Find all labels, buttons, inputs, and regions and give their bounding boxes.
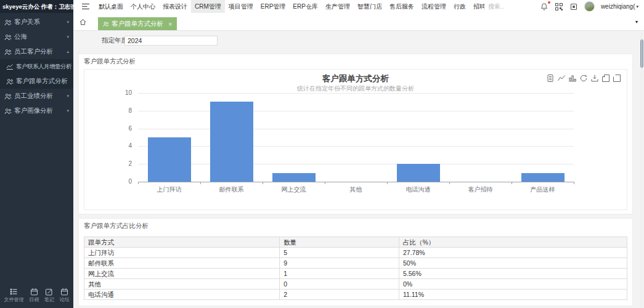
nav-item[interactable]: CRM管理	[191, 0, 225, 13]
nav-item[interactable]: 行政	[450, 0, 470, 13]
nav-item[interactable]: 智慧门店	[354, 0, 386, 13]
menu-toggle-icon[interactable]	[81, 2, 90, 10]
x-axis-label: 电话沟通	[387, 185, 449, 194]
search-input[interactable]	[488, 3, 540, 10]
tab-overflow-caret-icon[interactable]: ▾	[635, 19, 638, 25]
sidebar-item-customer-portrait[interactable]: 客户画像分析 ▾	[0, 103, 73, 118]
x-axis-label: 客户招待	[449, 185, 512, 194]
notifications-button[interactable]	[540, 2, 548, 11]
nav-item[interactable]: ERP仓库	[289, 0, 322, 13]
cell-count: 1	[280, 269, 399, 279]
tab-followup-method-analysis[interactable]: 客户跟单方式分析 ×	[98, 17, 177, 30]
save-image-icon[interactable]	[590, 74, 599, 83]
sidebar-item-employee-customer-analysis[interactable]: 员工客户分析 ▴	[0, 44, 73, 59]
cell-count: 0	[280, 279, 399, 290]
ratio-panel-heading: 客户跟单方式占比分析	[79, 219, 632, 233]
user-menu[interactable]: weizhiqiang( ▾	[601, 3, 638, 10]
sidebar-item-label: 客户画像分析	[14, 107, 53, 115]
nav-item[interactable]: 生产管理	[322, 0, 354, 13]
nav-item[interactable]: 默认桌面	[95, 0, 127, 13]
chart-panel: 客户跟单方式分析 客户跟单方式分析 统计在指定年份不同的跟单方式的数量分析 02…	[78, 54, 633, 214]
sidebar-item-label: 客户跟单方式分析	[16, 77, 68, 86]
screenshot-button[interactable]	[569, 2, 578, 11]
ratio-table: 跟单方式 数量 占比（%） 上门拜访 5 27.78% 邮件联系 9	[84, 237, 627, 300]
year-filter-row: 指定年度*	[78, 35, 633, 46]
data-view-icon[interactable]	[546, 74, 555, 83]
sidebar-item-followup-method-analysis[interactable]: 客户跟单方式分析	[0, 74, 73, 89]
users-icon	[6, 78, 14, 85]
nav-item[interactable]: 招聘	[470, 0, 484, 13]
sidebar-item-label: 客户关系	[14, 18, 40, 26]
sidebar-item-customer-relations[interactable]: 客户关系 ▾	[0, 15, 73, 30]
col-header-ratio: 占比（%）	[399, 237, 627, 248]
bar-上门拜访	[148, 137, 191, 182]
home-button[interactable]	[79, 18, 87, 26]
data-zoom-reset-icon[interactable]	[613, 74, 621, 83]
notification-badge	[548, 1, 550, 4]
sidebar-item-label: 员工业绩分析	[14, 92, 53, 100]
nav-item[interactable]: 个人中心	[127, 0, 159, 13]
cell-ratio: 5.56%	[399, 269, 627, 279]
cell-ratio: 27.78%	[399, 248, 627, 258]
tab-bar: 客户跟单方式分析 × ▾	[73, 13, 644, 31]
x-axis-tick	[512, 182, 512, 184]
topbar-actions: weizhiqiang( ▾	[540, 1, 644, 12]
table-row: 上门拜访 5 27.78%	[84, 248, 627, 258]
nav-item[interactable]: 流程管理	[418, 0, 450, 13]
data-zoom-icon[interactable]	[601, 74, 610, 83]
qr-code-icon	[555, 2, 563, 11]
table-header-row: 跟单方式 数量 占比（%）	[84, 237, 627, 248]
users-icon	[103, 21, 109, 27]
nav-item[interactable]: 项目管理	[225, 0, 257, 13]
nav-item[interactable]: ERP管理	[257, 0, 290, 13]
table-row: 网上交流 1 5.56%	[84, 269, 627, 279]
chart-panel-heading: 客户跟单方式分析	[79, 54, 632, 69]
x-axis-tick	[449, 182, 450, 184]
y-tick-label: 10	[84, 89, 132, 96]
file-manager-button[interactable]: 文件管理	[4, 288, 23, 303]
gridline	[138, 164, 574, 164]
chevron-down-icon: ▾	[67, 108, 69, 113]
bar-chart-type-icon[interactable]	[568, 74, 577, 83]
year-label: 指定年度*	[78, 36, 119, 45]
x-axis-label: 上门拜访	[138, 185, 200, 194]
chart-subtitle: 统计在指定年份不同的跟单方式的数量分析	[84, 84, 627, 93]
chevron-down-icon: ▾	[67, 34, 69, 39]
nav-item[interactable]: 报表设计	[159, 0, 191, 13]
sidebar-item-employee-performance[interactable]: 员工业绩分析 ▾	[0, 89, 73, 103]
bar-电话沟通	[397, 164, 440, 182]
sidebar-item-contact-monthly-growth[interactable]: 客户联系人月增量分析	[0, 59, 73, 74]
year-input[interactable]	[124, 36, 218, 46]
cell-ratio: 11.11%	[399, 290, 627, 300]
close-icon[interactable]: ×	[168, 20, 172, 28]
users-icon	[4, 93, 12, 100]
table-row: 邮件联系 9 50%	[84, 258, 627, 269]
sidebar-item-label: 员工客户分析	[14, 47, 53, 56]
schedule-button[interactable]: 日程	[29, 288, 39, 303]
sidebar-item-label: 客户联系人月增量分析	[16, 63, 71, 71]
bar-chart: 客户跟单方式分析 统计在指定年份不同的跟单方式的数量分析 0246810上门拜访…	[84, 69, 627, 210]
notes-button[interactable]: 笔记	[44, 288, 54, 303]
cell-method: 网上交流	[84, 269, 280, 279]
cell-method: 电话沟通	[84, 290, 280, 300]
users-icon	[4, 108, 12, 115]
sidebar: skyeye云办公 作者：卫志强 客户关系 ▾ 公海 ▾ 员工客户分析 ▴ 客户…	[0, 0, 73, 308]
qr-code-button[interactable]	[555, 2, 563, 11]
restore-icon[interactable]	[579, 74, 588, 83]
nav-item[interactable]: 售后服务	[386, 0, 418, 13]
forum-button[interactable]: 论坛	[60, 288, 70, 303]
x-axis-label: 其他	[325, 185, 387, 194]
table-row: 其他 0 0%	[84, 279, 627, 290]
sidebar-footer: 文件管理 日程 笔记 论坛	[0, 285, 73, 308]
scrollbar-thumb[interactable]	[640, 39, 643, 68]
gridline	[138, 111, 574, 111]
sidebar-footer-label: 笔记	[44, 296, 54, 303]
sidebar-item-label: 公海	[14, 33, 27, 41]
line-chart-type-icon[interactable]	[557, 74, 566, 83]
sidebar-item-public-sea[interactable]: 公海 ▾	[0, 30, 73, 44]
sidebar-footer-label: 日程	[29, 296, 39, 303]
x-axis-tick	[263, 182, 263, 184]
line-chart-icon	[6, 63, 14, 70]
user-avatar[interactable]	[584, 1, 595, 12]
home-icon	[79, 18, 87, 26]
